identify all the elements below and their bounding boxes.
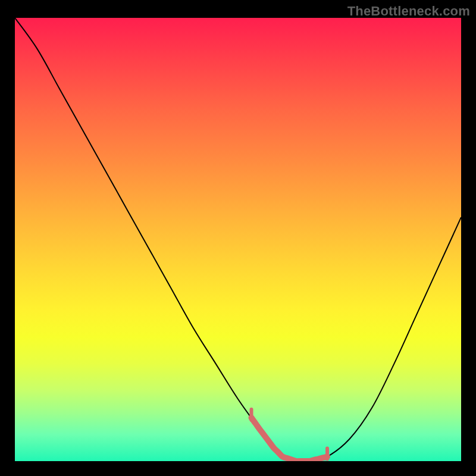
optimal-range-highlight [252, 418, 328, 461]
watermark-text: TheBottleneck.com [347, 4, 470, 19]
chart-area [15, 18, 461, 461]
bottleneck-curve [15, 18, 461, 461]
chart-svg [15, 18, 461, 461]
